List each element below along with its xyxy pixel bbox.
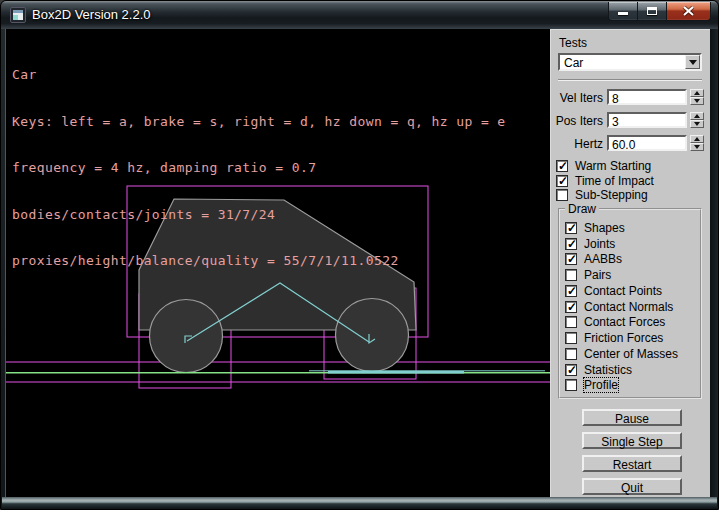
contact-forces-label: Contact Forces [584,315,665,329]
hertz-spinner [690,135,704,151]
separator [558,79,702,81]
aabbs-checkbox[interactable] [565,253,577,265]
vel-iters-input[interactable]: 8 [607,89,687,105]
aabbs-label: AABBs [584,252,622,266]
time-of-impact-label: Time of Impact [575,174,654,188]
single-step-button[interactable]: Single Step [582,432,682,449]
vel-iters-label: Vel Iters [551,91,603,105]
center-of-masses-label: Center of Masses [584,347,678,361]
vel-iters-spin-up[interactable] [690,89,704,97]
checkbox-row-friction-forces[interactable]: Friction Forces [565,330,700,346]
test-select-value: Car [564,56,583,70]
warm-starting-checkbox[interactable] [556,160,568,172]
shapes-checkbox[interactable] [565,222,577,234]
spin-up-icon [694,91,700,95]
friction-forces-label: Friction Forces [584,331,663,345]
vel-iters-spin-down[interactable] [690,97,704,105]
draw-group: Draw Shapes Joints AABBs [558,208,702,399]
hertz-row: Hertz 60.0 [551,135,713,152]
pause-button[interactable]: Pause [582,409,682,426]
quit-button[interactable]: Quit [582,478,682,495]
pairs-label: Pairs [584,268,611,282]
keys-help-text: Keys: left = a, brake = s, right = d, hz… [12,114,506,130]
app-icon-titlestrip [13,10,23,13]
app-icon [10,7,26,23]
pos-iters-spin-up[interactable] [690,112,704,120]
hertz-spin-up[interactable] [690,135,704,143]
minimize-button[interactable] [608,2,638,21]
debug-text-block: Car Keys: left = a, brake = s, right = d… [12,36,506,300]
checkbox-row-contact-normals[interactable]: Contact Normals [565,299,700,315]
window-frame-right [710,29,718,497]
close-button[interactable] [667,2,711,21]
checkbox-row-contact-points[interactable]: Contact Points [565,283,700,299]
minimize-icon [618,12,628,15]
profile-checkbox[interactable] [565,379,577,391]
checkbox-row-aabbs[interactable]: AABBs [565,252,700,268]
statistics-checkbox[interactable] [565,364,577,376]
checkbox-row-center-of-masses[interactable]: Center of Masses [565,346,700,362]
center-of-masses-checkbox[interactable] [565,348,577,360]
vel-iters-row: Vel Iters 8 [551,89,713,106]
spin-down-icon [694,122,700,126]
sub-stepping-label: Sub-Stepping [575,188,648,202]
window-frame-left-highlight [5,29,6,497]
frequency-text: frequency = 4 hz, damping ratio = 0.7 [12,160,506,176]
time-of-impact-checkbox[interactable] [556,175,568,187]
checkbox-row-time-of-impact[interactable]: Time of Impact [556,174,710,189]
window-frame-bottom [2,497,717,508]
test-select-dropdown[interactable]: Car [558,53,702,71]
checkbox-row-sub-stepping[interactable]: Sub-Stepping [556,188,710,203]
checkbox-row-warm-starting[interactable]: Warm Starting [556,159,710,174]
checkbox-row-profile[interactable]: Profile [565,378,700,394]
pos-iters-spin-down[interactable] [690,120,704,128]
contact-points-label: Contact Points [584,284,662,298]
checkbox-row-shapes[interactable]: Shapes [565,220,700,236]
checkbox-row-contact-forces[interactable]: Contact Forces [565,315,700,331]
dropdown-button[interactable] [685,55,700,69]
joints-label: Joints [584,237,615,251]
checkbox-row-statistics[interactable]: Statistics [565,362,700,378]
test-title-text: Car [12,67,506,83]
statistics-label: Statistics [584,363,632,377]
restart-button[interactable]: Restart [582,455,682,472]
spin-down-icon [694,99,700,103]
chevron-down-icon [689,60,697,65]
proxies-text: proxies/height/balance/quality = 55/7/1/… [12,253,506,269]
pos-iters-input[interactable]: 3 [607,112,687,128]
tests-label: Tests [559,36,587,50]
right-wheel-shape[interactable] [336,299,409,372]
pos-iters-row: Pos Iters 3 [551,112,713,129]
joints-checkbox[interactable] [565,238,577,250]
client-area: Car Keys: left = a, brake = s, right = d… [6,29,712,499]
friction-forces-checkbox[interactable] [565,332,577,344]
contact-points-checkbox[interactable] [565,285,577,297]
draw-checkboxes: Shapes Joints AABBs Pairs [565,220,700,393]
shapes-label: Shapes [584,221,625,235]
pos-iters-label: Pos Iters [551,114,603,128]
hertz-input[interactable]: 60.0 [607,135,687,151]
hertz-label: Hertz [551,137,603,151]
title-bar[interactable]: Box2D Version 2.2.0 [1,1,718,29]
vel-iters-spinner [690,89,704,105]
contact-forces-checkbox[interactable] [565,316,577,328]
window-title: Box2D Version 2.2.0 [32,7,151,22]
checkbox-row-pairs[interactable]: Pairs [565,267,700,283]
profile-label: Profile [584,378,618,392]
simulation-canvas[interactable]: Car Keys: left = a, brake = s, right = d… [6,29,550,499]
draw-group-title: Draw [565,202,599,216]
spin-up-icon [694,137,700,141]
caption-buttons [608,2,711,21]
close-icon [682,6,695,17]
contact-normals-checkbox[interactable] [565,301,577,313]
maximize-button[interactable] [638,2,667,21]
app-icon-accent [13,15,18,20]
contact-normals-label: Contact Normals [584,300,673,314]
control-panel: Tests Car Vel Iters 8 [550,29,712,499]
pairs-checkbox[interactable] [565,269,577,281]
sub-stepping-checkbox[interactable] [556,189,568,201]
checkbox-row-joints[interactable]: Joints [565,236,700,252]
spin-up-icon [694,114,700,118]
maximize-icon [647,7,657,15]
hertz-spin-down[interactable] [690,143,704,151]
